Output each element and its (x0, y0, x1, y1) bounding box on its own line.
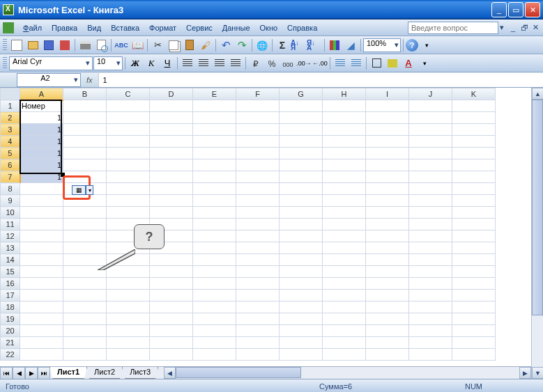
cell-F3[interactable] (236, 124, 280, 136)
cell-K19[interactable] (452, 313, 496, 325)
new-button[interactable] (9, 38, 24, 53)
cell-D4[interactable] (150, 136, 193, 148)
cell-F5[interactable] (236, 148, 280, 159)
cell-H20[interactable] (323, 325, 366, 337)
row-header-12[interactable]: 12 (1, 230, 20, 242)
row-header-20[interactable]: 20 (1, 325, 20, 337)
cell-D7[interactable] (150, 171, 193, 183)
cell-D16[interactable] (150, 278, 193, 290)
sheet-tab-1[interactable]: Лист1 (49, 367, 87, 379)
cell-E12[interactable] (193, 230, 236, 242)
cell-I4[interactable] (366, 136, 409, 148)
cell-F1[interactable] (236, 100, 280, 112)
column-header-B[interactable]: B (63, 88, 107, 100)
maximize-button[interactable]: ▭ (508, 2, 523, 17)
sheet-tab-2[interactable]: Лист2 (86, 367, 123, 379)
cell-C1[interactable] (107, 100, 150, 112)
cell-J19[interactable] (409, 313, 452, 325)
row-header-17[interactable]: 17 (1, 290, 20, 301)
cell-J18[interactable] (409, 301, 452, 313)
cell-F20[interactable] (236, 325, 280, 337)
column-header-E[interactable]: E (193, 88, 236, 100)
cell-C4[interactable] (107, 136, 150, 148)
wb-restore-button[interactable]: 🗗 (519, 23, 529, 33)
cell-A15[interactable] (20, 266, 63, 278)
cell-A13[interactable] (20, 242, 63, 254)
cell-F21[interactable] (236, 337, 280, 349)
cell-B11[interactable] (63, 219, 107, 230)
cell-H22[interactable] (323, 349, 366, 361)
cell-D17[interactable] (150, 290, 193, 301)
cell-B17[interactable] (63, 290, 107, 301)
cell-H16[interactable] (323, 278, 366, 290)
cell-J16[interactable] (409, 278, 452, 290)
cell-E22[interactable] (193, 349, 236, 361)
column-header-K[interactable]: K (452, 88, 496, 100)
cell-F6[interactable] (236, 159, 280, 171)
cell-A5[interactable]: 1 (20, 148, 63, 159)
cell-F16[interactable] (236, 278, 280, 290)
cell-F19[interactable] (236, 313, 280, 325)
cell-B16[interactable] (63, 278, 107, 290)
hyperlink-button[interactable] (254, 38, 270, 53)
cell-I20[interactable] (366, 325, 409, 337)
cell-D1[interactable] (150, 100, 193, 112)
cell-J17[interactable] (409, 290, 452, 301)
column-header-D[interactable]: D (150, 88, 193, 100)
cell-E3[interactable] (193, 124, 236, 136)
cell-C16[interactable] (107, 278, 150, 290)
cell-H1[interactable] (323, 100, 366, 112)
cell-F2[interactable] (236, 112, 280, 124)
cell-F11[interactable] (236, 219, 280, 230)
cell-G11[interactable] (280, 219, 323, 230)
cell-H13[interactable] (323, 242, 366, 254)
chart-wizard-button[interactable] (327, 38, 342, 53)
cell-A18[interactable] (20, 301, 63, 313)
workbook-icon[interactable] (3, 22, 14, 33)
cell-J2[interactable] (409, 112, 452, 124)
hscroll-right-button[interactable]: ▶ (519, 367, 531, 379)
cell-I22[interactable] (366, 349, 409, 361)
cell-B2[interactable] (63, 112, 107, 124)
cell-F7[interactable] (236, 171, 280, 183)
cell-E20[interactable] (193, 325, 236, 337)
cell-I21[interactable] (366, 337, 409, 349)
cell-J20[interactable] (409, 325, 452, 337)
cell-A11[interactable] (20, 219, 63, 230)
cell-K11[interactable] (452, 219, 496, 230)
menu-window[interactable]: Окно (255, 22, 283, 34)
format-painter-button[interactable]: 🖌 (198, 38, 213, 53)
close-button[interactable]: ✕ (525, 2, 540, 17)
row-header-13[interactable]: 13 (1, 242, 20, 254)
font-color-button[interactable]: A (401, 56, 416, 71)
cell-J4[interactable] (409, 136, 452, 148)
comma-style-button[interactable] (280, 56, 296, 71)
tab-last-button[interactable]: ⏭ (38, 367, 50, 379)
cell-E5[interactable] (193, 148, 236, 159)
cell-I16[interactable] (366, 278, 409, 290)
tab-prev-button[interactable]: ◀ (13, 367, 25, 379)
cell-I19[interactable] (366, 313, 409, 325)
cell-B18[interactable] (63, 301, 107, 313)
cell-F17[interactable] (236, 290, 280, 301)
cell-J13[interactable] (409, 242, 452, 254)
row-header-21[interactable]: 21 (1, 337, 20, 349)
column-header-F[interactable]: F (236, 88, 280, 100)
cell-K18[interactable] (452, 301, 496, 313)
copy-button[interactable] (166, 38, 181, 53)
cell-G4[interactable] (280, 136, 323, 148)
cell-A8[interactable] (20, 183, 63, 195)
cell-C6[interactable] (107, 159, 150, 171)
cell-H8[interactable] (323, 183, 366, 195)
sort-asc-button[interactable]: А↓ Я (291, 38, 306, 53)
cell-E2[interactable] (193, 112, 236, 124)
cell-A16[interactable] (20, 278, 63, 290)
help-button[interactable]: ? (406, 39, 418, 52)
cell-F18[interactable] (236, 301, 280, 313)
row-header-1[interactable]: 1 (1, 100, 20, 112)
column-header-A[interactable]: A (20, 88, 63, 100)
minimize-button[interactable]: _ (491, 2, 507, 17)
cell-F12[interactable] (236, 230, 280, 242)
cell-J22[interactable] (409, 349, 452, 361)
cell-K1[interactable] (452, 100, 496, 112)
